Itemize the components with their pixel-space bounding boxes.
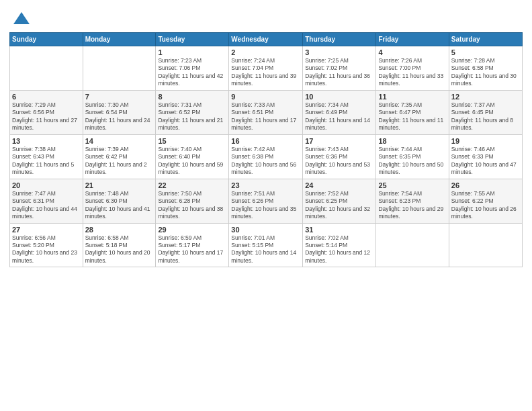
day-info: Sunrise: 6:58 AMSunset: 5:18 PMDaylight:… [85, 234, 154, 265]
day-info: Sunrise: 6:59 AMSunset: 5:17 PMDaylight:… [158, 234, 226, 265]
day-number: 29 [158, 226, 226, 234]
calendar-cell: 4Sunrise: 7:26 AMSunset: 7:00 PMDaylight… [376, 46, 449, 91]
calendar-cell: 24Sunrise: 7:52 AMSunset: 6:25 PMDayligh… [303, 179, 376, 223]
day-number: 8 [158, 93, 226, 101]
calendar-cell: 7Sunrise: 7:30 AMSunset: 6:54 PMDaylight… [83, 90, 156, 134]
day-number: 30 [231, 226, 300, 234]
logo [9, 9, 31, 28]
day-number: 16 [231, 137, 300, 145]
day-number: 19 [451, 137, 520, 145]
calendar-cell: 21Sunrise: 7:48 AMSunset: 6:30 PMDayligh… [83, 179, 156, 223]
calendar-cell: 26Sunrise: 7:55 AMSunset: 6:22 PMDayligh… [449, 179, 522, 223]
day-number: 21 [85, 181, 154, 189]
week-row-1: 1Sunrise: 7:23 AMSunset: 7:06 PMDaylight… [10, 46, 523, 91]
day-number: 17 [305, 137, 373, 145]
day-number: 2 [231, 48, 300, 56]
day-number: 22 [158, 181, 226, 189]
day-info: Sunrise: 7:39 AMSunset: 6:42 PMDaylight:… [85, 146, 154, 177]
day-number: 9 [231, 93, 300, 101]
logo-icon [12, 9, 31, 28]
day-info: Sunrise: 6:56 AMSunset: 5:20 PMDaylight:… [12, 234, 81, 265]
week-row-4: 20Sunrise: 7:47 AMSunset: 6:31 PMDayligh… [10, 179, 523, 223]
svg-marker-0 [13, 12, 30, 24]
calendar-cell: 17Sunrise: 7:43 AMSunset: 6:36 PMDayligh… [303, 134, 376, 179]
calendar-cell: 13Sunrise: 7:38 AMSunset: 6:43 PMDayligh… [10, 134, 83, 179]
calendar-cell: 10Sunrise: 7:34 AMSunset: 6:49 PMDayligh… [303, 90, 376, 134]
day-info: Sunrise: 7:55 AMSunset: 6:22 PMDaylight:… [451, 190, 520, 221]
calendar-cell: 15Sunrise: 7:40 AMSunset: 6:40 PMDayligh… [156, 134, 229, 179]
day-number: 20 [12, 181, 81, 189]
calendar-cell: 16Sunrise: 7:42 AMSunset: 6:38 PMDayligh… [229, 134, 303, 179]
day-number: 24 [305, 181, 373, 189]
weekday-header-wednesday: Wednesday [229, 33, 303, 46]
calendar-cell: 3Sunrise: 7:25 AMSunset: 7:02 PMDaylight… [303, 46, 376, 91]
weekday-header-monday: Monday [83, 33, 156, 46]
weekday-header-friday: Friday [376, 33, 449, 46]
day-number: 18 [378, 137, 446, 145]
calendar-cell: 22Sunrise: 7:50 AMSunset: 6:28 PMDayligh… [156, 179, 229, 223]
day-info: Sunrise: 7:47 AMSunset: 6:31 PMDaylight:… [12, 190, 81, 221]
calendar-cell: 18Sunrise: 7:44 AMSunset: 6:35 PMDayligh… [376, 134, 449, 179]
day-info: Sunrise: 7:34 AMSunset: 6:49 PMDaylight:… [305, 101, 373, 132]
calendar-cell [10, 46, 83, 91]
calendar-table: SundayMondayTuesdayWednesdayThursdayFrid… [9, 32, 523, 267]
day-info: Sunrise: 7:23 AMSunset: 7:06 PMDaylight:… [158, 57, 226, 88]
day-info: Sunrise: 7:48 AMSunset: 6:30 PMDaylight:… [85, 190, 154, 221]
day-info: Sunrise: 7:26 AMSunset: 7:00 PMDaylight:… [378, 57, 446, 88]
calendar-cell: 9Sunrise: 7:33 AMSunset: 6:51 PMDaylight… [229, 90, 303, 134]
page: SundayMondayTuesdayWednesdayThursdayFrid… [0, 0, 532, 274]
day-number: 12 [451, 93, 520, 101]
day-number: 4 [378, 48, 446, 56]
day-number: 23 [231, 181, 300, 189]
day-number: 10 [305, 93, 373, 101]
calendar-cell: 2Sunrise: 7:24 AMSunset: 7:04 PMDaylight… [229, 46, 303, 91]
day-number: 7 [85, 93, 154, 101]
day-info: Sunrise: 7:01 AMSunset: 5:15 PMDaylight:… [231, 234, 300, 265]
week-row-2: 6Sunrise: 7:29 AMSunset: 6:56 PMDaylight… [10, 90, 523, 134]
day-number: 26 [451, 181, 520, 189]
calendar-cell: 25Sunrise: 7:54 AMSunset: 6:23 PMDayligh… [376, 179, 449, 223]
calendar-cell: 20Sunrise: 7:47 AMSunset: 6:31 PMDayligh… [10, 179, 83, 223]
day-number: 27 [12, 226, 81, 234]
day-info: Sunrise: 7:51 AMSunset: 6:26 PMDaylight:… [231, 190, 300, 221]
day-number: 14 [85, 137, 154, 145]
day-number: 6 [12, 93, 81, 101]
calendar-cell: 19Sunrise: 7:46 AMSunset: 6:33 PMDayligh… [449, 134, 522, 179]
day-info: Sunrise: 7:37 AMSunset: 6:45 PMDaylight:… [451, 101, 520, 132]
calendar-cell: 31Sunrise: 7:02 AMSunset: 5:14 PMDayligh… [303, 223, 376, 267]
calendar-cell: 23Sunrise: 7:51 AMSunset: 6:26 PMDayligh… [229, 179, 303, 223]
day-info: Sunrise: 7:42 AMSunset: 6:38 PMDaylight:… [231, 146, 300, 177]
day-number: 11 [378, 93, 446, 101]
calendar-cell: 14Sunrise: 7:39 AMSunset: 6:42 PMDayligh… [83, 134, 156, 179]
calendar-cell: 12Sunrise: 7:37 AMSunset: 6:45 PMDayligh… [449, 90, 522, 134]
calendar-cell: 5Sunrise: 7:28 AMSunset: 6:58 PMDaylight… [449, 46, 522, 91]
day-info: Sunrise: 7:24 AMSunset: 7:04 PMDaylight:… [231, 57, 300, 88]
day-number: 1 [158, 48, 226, 56]
day-number: 13 [12, 137, 81, 145]
day-info: Sunrise: 7:52 AMSunset: 6:25 PMDaylight:… [305, 190, 373, 221]
day-info: Sunrise: 7:35 AMSunset: 6:47 PMDaylight:… [378, 101, 446, 132]
day-number: 28 [85, 226, 154, 234]
day-info: Sunrise: 7:02 AMSunset: 5:14 PMDaylight:… [305, 234, 373, 265]
calendar-cell: 1Sunrise: 7:23 AMSunset: 7:06 PMDaylight… [156, 46, 229, 91]
week-row-3: 13Sunrise: 7:38 AMSunset: 6:43 PMDayligh… [10, 134, 523, 179]
weekday-header-thursday: Thursday [303, 33, 376, 46]
day-info: Sunrise: 7:38 AMSunset: 6:43 PMDaylight:… [12, 146, 81, 177]
day-info: Sunrise: 7:46 AMSunset: 6:33 PMDaylight:… [451, 146, 520, 177]
calendar-cell: 8Sunrise: 7:31 AMSunset: 6:52 PMDaylight… [156, 90, 229, 134]
weekday-header-saturday: Saturday [449, 33, 522, 46]
day-info: Sunrise: 7:25 AMSunset: 7:02 PMDaylight:… [305, 57, 373, 88]
calendar-cell [449, 223, 522, 267]
weekday-header-row: SundayMondayTuesdayWednesdayThursdayFrid… [10, 33, 523, 46]
day-number: 3 [305, 48, 373, 56]
calendar-cell: 11Sunrise: 7:35 AMSunset: 6:47 PMDayligh… [376, 90, 449, 134]
day-info: Sunrise: 7:29 AMSunset: 6:56 PMDaylight:… [12, 101, 81, 132]
day-info: Sunrise: 7:33 AMSunset: 6:51 PMDaylight:… [231, 101, 300, 132]
calendar-cell [376, 223, 449, 267]
calendar-cell: 27Sunrise: 6:56 AMSunset: 5:20 PMDayligh… [10, 223, 83, 267]
day-info: Sunrise: 7:44 AMSunset: 6:35 PMDaylight:… [378, 146, 446, 177]
day-info: Sunrise: 7:31 AMSunset: 6:52 PMDaylight:… [158, 101, 226, 132]
day-info: Sunrise: 7:30 AMSunset: 6:54 PMDaylight:… [85, 101, 154, 132]
day-number: 25 [378, 181, 446, 189]
calendar-cell: 30Sunrise: 7:01 AMSunset: 5:15 PMDayligh… [229, 223, 303, 267]
